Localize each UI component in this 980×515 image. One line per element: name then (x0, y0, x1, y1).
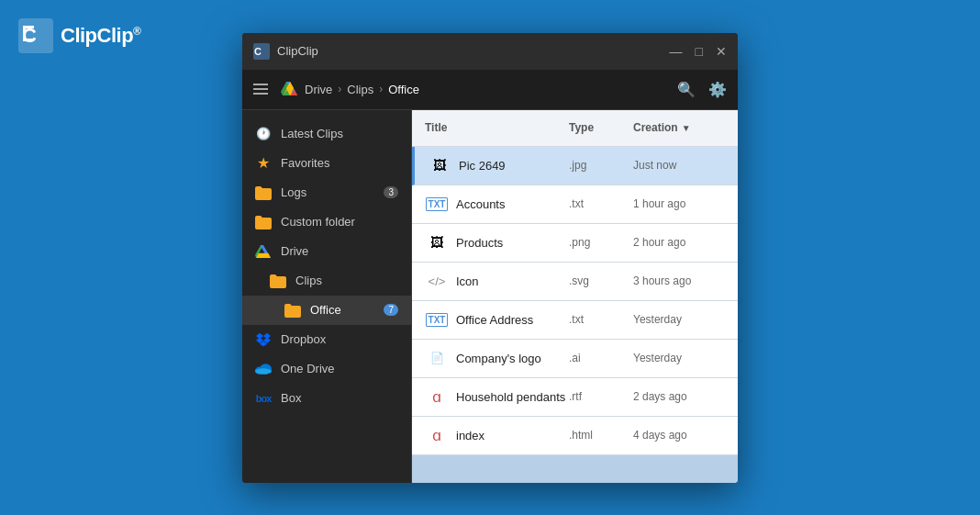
file-row[interactable]: TXT Accounts .txt 1 hour ago (412, 185, 738, 224)
file-type: .png (569, 236, 633, 249)
file-icon: 🖼 (425, 230, 449, 254)
file-icon: </> (425, 269, 449, 293)
brand-area: C ClipClip® (18, 18, 140, 53)
file-list-header: Title Type Creation ▼ (412, 110, 738, 147)
sidebar-item-box[interactable]: box Box (242, 384, 411, 413)
file-row[interactable]: </> Icon .svg 3 hours ago (412, 263, 738, 301)
svg-rect-3 (23, 26, 34, 28)
folder-logs-icon (255, 185, 272, 201)
sidebar-label-dropbox: Dropbox (281, 332, 326, 346)
svg-point-19 (255, 368, 272, 375)
breadcrumb-clips[interactable]: Clips (347, 83, 373, 96)
svg-marker-16 (256, 252, 271, 257)
breadcrumb-drive[interactable]: Drive (305, 83, 332, 96)
sidebar-item-dropbox[interactable]: Dropbox (242, 325, 411, 354)
file-row[interactable]: ɑ Household pendants .rtf 2 days ago (412, 378, 738, 417)
breadcrumb: Drive › Clips › Office (281, 80, 677, 98)
file-row[interactable]: TXT Office Address .txt Yesterday (412, 301, 738, 340)
file-date: 2 hour ago (633, 236, 725, 249)
file-row[interactable]: ɑ index .html 4 days ago (412, 417, 738, 455)
file-date: Just now (633, 159, 725, 172)
file-icon: ɑ (425, 423, 449, 447)
sidebar-label-office: Office (310, 303, 341, 317)
breadcrumb-office[interactable]: Office (388, 83, 419, 96)
file-row[interactable]: 📄 Company's logo .ai Yesterday (412, 340, 738, 378)
sidebar-item-office[interactable]: Office 7 (242, 296, 411, 325)
file-icon: 🖼 (428, 153, 451, 177)
file-name: Office Address (456, 313, 569, 327)
txt-file-icon: TXT (426, 313, 449, 327)
sidebar-item-drive[interactable]: Drive (242, 237, 411, 266)
file-name: Icon (456, 274, 569, 288)
html-file-icon: ɑ (432, 427, 441, 444)
file-row[interactable]: 🖼 Products .png 2 hour ago (412, 224, 738, 263)
file-name: Household pendants (456, 390, 569, 404)
sidebar-label-custom-folder: Custom folder (281, 215, 355, 229)
onedrive-icon (255, 361, 272, 377)
breadcrumb-sep-2: › (379, 83, 383, 95)
box-icon: box (255, 390, 272, 407)
window-title: ClipClip (277, 44, 670, 58)
txt-file-icon: TXT (426, 197, 449, 211)
image-file-icon: 🖼 (433, 158, 446, 173)
close-button[interactable]: ✕ (716, 45, 727, 58)
file-name: Company's logo (456, 352, 569, 365)
sidebar-item-custom-folder[interactable]: Custom folder (242, 207, 411, 237)
titlebar-logo-icon: C (253, 43, 270, 60)
sidebar-item-onedrive[interactable]: One Drive (242, 354, 411, 384)
file-date: 3 hours ago (633, 274, 725, 287)
brand-name: ClipClip® (61, 24, 140, 48)
sidebar-item-favorites[interactable]: ★ Favorites (242, 149, 411, 178)
file-type: .svg (569, 274, 633, 287)
file-row[interactable]: 🖼 Pic 2649 .jpg Just now (412, 147, 738, 185)
file-date: 4 days ago (633, 429, 725, 442)
minimize-button[interactable]: — (670, 45, 683, 58)
file-type: .html (569, 429, 633, 442)
clock-icon: 🕐 (255, 126, 272, 142)
dropbox-icon (255, 331, 272, 348)
sidebar-label-favorites: Favorites (281, 156, 329, 170)
titlebar: C ClipClip — □ ✕ (242, 33, 738, 70)
maximize-button[interactable]: □ (696, 45, 703, 58)
file-list: Title Type Creation ▼ 🖼 Pic 2649 .jpg Ju… (412, 110, 738, 483)
sidebar-item-latest-clips[interactable]: 🕐 Latest Clips (242, 119, 411, 149)
svg-text:C: C (254, 46, 262, 57)
breadcrumb-bar: Drive › Clips › Office 🔍 ⚙️ (242, 70, 738, 110)
file-icon: TXT (425, 308, 449, 331)
file-icon: TXT (425, 192, 449, 216)
file-type: .ai (569, 352, 633, 364)
sidebar-label-box: Box (281, 391, 301, 405)
sidebar-item-clips[interactable]: Clips (242, 266, 411, 296)
breadcrumb-sep-1: › (338, 83, 341, 95)
sidebar-label-drive: Drive (281, 244, 308, 258)
file-rows: 🖼 Pic 2649 .jpg Just now TXT Accounts .t… (412, 147, 738, 455)
file-name: Pic 2649 (459, 159, 569, 173)
file-date: 1 hour ago (633, 197, 725, 210)
hamburger-menu-button[interactable] (253, 84, 268, 95)
file-type: .txt (569, 313, 633, 326)
folder-custom-icon (255, 214, 272, 230)
search-icon[interactable]: 🔍 (677, 81, 696, 98)
file-icon: 📄 (425, 346, 449, 370)
file-type: .txt (569, 197, 633, 210)
file-list-footer (412, 455, 738, 483)
app-window: C ClipClip — □ ✕ Drive › Clips › (242, 33, 738, 483)
sidebar-item-logs[interactable]: Logs 3 (242, 178, 411, 207)
folder-office-icon (284, 302, 301, 319)
svg-rect-4 (23, 39, 34, 41)
brand-logo-icon: C (18, 18, 53, 53)
ai-file-icon: 📄 (430, 352, 444, 364)
office-badge: 7 (384, 304, 398, 316)
image-file-icon: 🖼 (430, 235, 443, 250)
file-name: index (456, 429, 569, 442)
header-creation[interactable]: Creation ▼ (633, 121, 725, 134)
file-type: .jpg (569, 159, 633, 172)
file-date: 2 days ago (633, 390, 725, 403)
sidebar-label-onedrive: One Drive (281, 362, 335, 375)
drive-sidebar-icon (255, 243, 272, 260)
settings-icon[interactable]: ⚙️ (708, 81, 727, 98)
logs-badge: 3 (384, 186, 398, 198)
sidebar-label-logs: Logs (281, 185, 306, 199)
code-file-icon: </> (429, 274, 446, 288)
file-name: Products (456, 236, 569, 250)
